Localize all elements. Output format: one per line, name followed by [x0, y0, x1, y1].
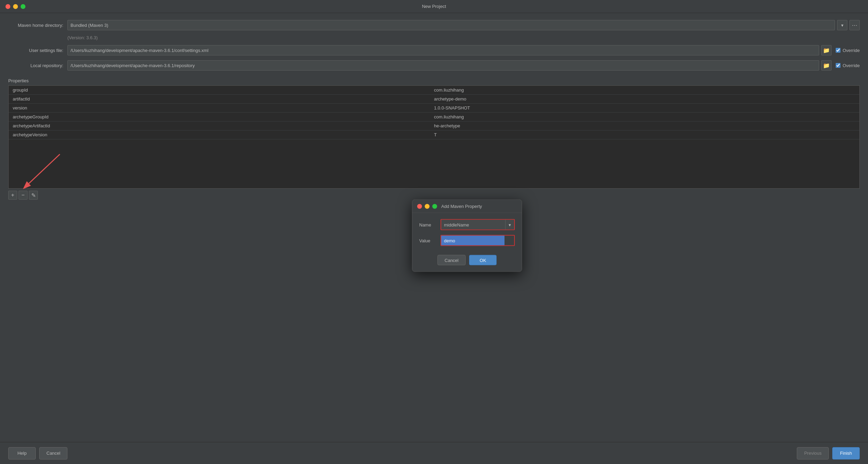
local-repo-label: Local repository: [8, 63, 63, 68]
modal-maximize-button[interactable] [432, 204, 437, 209]
modal-ok-button[interactable]: OK [469, 255, 497, 265]
bottom-right-actions: Previous Finish [797, 447, 860, 460]
local-repo-override-label: Override [843, 63, 860, 68]
table-row[interactable]: groupId com.liuzhihang [9, 86, 859, 95]
modal-minimize-button[interactable] [425, 204, 430, 209]
prop-key-archetypegroupid: archetypeGroupId [13, 114, 434, 119]
modal-name-dropdown[interactable]: ▾ [505, 220, 514, 230]
minimize-button[interactable] [13, 4, 18, 9]
title-bar: New Project [0, 0, 868, 13]
modal-close-button[interactable] [417, 204, 422, 209]
maven-home-dropdown[interactable]: ▾ [837, 20, 847, 30]
local-repo-row: Local repository: 📁 Override [8, 60, 860, 71]
maven-home-row: Maven home directory: ▾ ⋯ [8, 20, 860, 30]
modal-footer: Cancel OK [412, 252, 522, 272]
local-repo-input[interactable] [67, 60, 819, 71]
local-repo-override-checkbox[interactable] [836, 63, 840, 68]
table-row[interactable]: artifactId archetype-demo [9, 95, 859, 104]
table-row[interactable]: archetypeArtifactId he-archetype [9, 122, 859, 130]
prop-value-archetypeversion: T [434, 132, 855, 137]
close-button[interactable] [6, 4, 10, 9]
user-settings-override-checkbox[interactable] [836, 48, 840, 53]
traffic-lights [6, 4, 25, 9]
remove-property-button[interactable]: − [19, 191, 28, 200]
maven-version: (Version: 3.6.3) [67, 35, 860, 40]
user-settings-input-group: 📁 [67, 45, 832, 55]
table-row[interactable]: version 1.0.0-SNAPSHOT [9, 104, 859, 113]
maven-home-label: Maven home directory: [8, 23, 63, 28]
maven-home-input[interactable] [67, 20, 835, 30]
local-repo-override-row: Override [836, 63, 860, 68]
prop-key-archetypeartifactid: archetypeArtifactId [13, 123, 434, 128]
previous-button[interactable]: Previous [797, 447, 829, 460]
prop-key-version: version [13, 105, 434, 110]
maven-home-browse[interactable]: ⋯ [849, 20, 860, 30]
local-repo-input-group: 📁 [67, 60, 832, 71]
modal-body: Name ▾ Value [412, 213, 522, 252]
add-maven-property-modal: Add Maven Property Name ▾ Value Cancel O… [412, 200, 522, 272]
user-settings-override-row: Override [836, 48, 860, 53]
prop-value-version: 1.0.0-SNAPSHOT [434, 105, 855, 110]
prop-key-groupid: groupId [13, 87, 434, 93]
modal-name-label: Name [419, 222, 436, 227]
local-repo-browse[interactable]: 📁 [821, 60, 832, 71]
modal-name-input-container: ▾ [441, 219, 515, 230]
prop-value-artifactid: archetype-demo [434, 96, 855, 102]
modal-title-bar: Add Maven Property [412, 200, 522, 213]
help-button[interactable]: Help [8, 447, 36, 460]
prop-key-artifactid: artifactId [13, 96, 434, 102]
modal-title: Add Maven Property [441, 204, 482, 209]
user-settings-override-label: Override [843, 48, 860, 53]
user-settings-browse[interactable]: 📁 [821, 45, 832, 55]
modal-value-row: Value [419, 235, 515, 246]
maven-home-input-group: ▾ ⋯ [67, 20, 860, 30]
prop-value-groupid: com.liuzhihang [434, 87, 855, 93]
user-settings-row: User settings file: 📁 Override [8, 45, 860, 55]
table-row[interactable]: archetypeVersion T [9, 130, 859, 139]
finish-button[interactable]: Finish [832, 447, 860, 460]
cancel-button[interactable]: Cancel [39, 447, 67, 460]
modal-value-input-container [441, 235, 515, 246]
properties-table: groupId com.liuzhihang artifactId archet… [8, 85, 860, 189]
bottom-bar: Help Cancel Previous Finish [0, 442, 868, 464]
prop-value-archetypegroupid: com.liuzhihang [434, 114, 855, 119]
modal-value-label: Value [419, 238, 436, 243]
add-property-button[interactable]: + [8, 191, 17, 200]
maximize-button[interactable] [21, 4, 25, 9]
properties-label: Properties [8, 78, 860, 83]
prop-key-archetypeversion: archetypeVersion [13, 132, 434, 137]
window-title: New Project [422, 4, 446, 9]
modal-name-input[interactable] [441, 220, 505, 230]
prop-value-archetypeartifactid: he-archetype [434, 123, 855, 128]
user-settings-input[interactable] [67, 45, 819, 55]
modal-value-input[interactable] [441, 236, 504, 245]
properties-section: Properties groupId com.liuzhihang artifa… [8, 78, 860, 202]
bottom-left-actions: Help Cancel [8, 447, 67, 460]
modal-cancel-button[interactable]: Cancel [437, 255, 466, 265]
edit-property-button[interactable]: ✎ [29, 191, 38, 200]
table-row[interactable]: archetypeGroupId com.liuzhihang [9, 113, 859, 122]
modal-name-row: Name ▾ [419, 219, 515, 230]
user-settings-label: User settings file: [8, 48, 63, 53]
